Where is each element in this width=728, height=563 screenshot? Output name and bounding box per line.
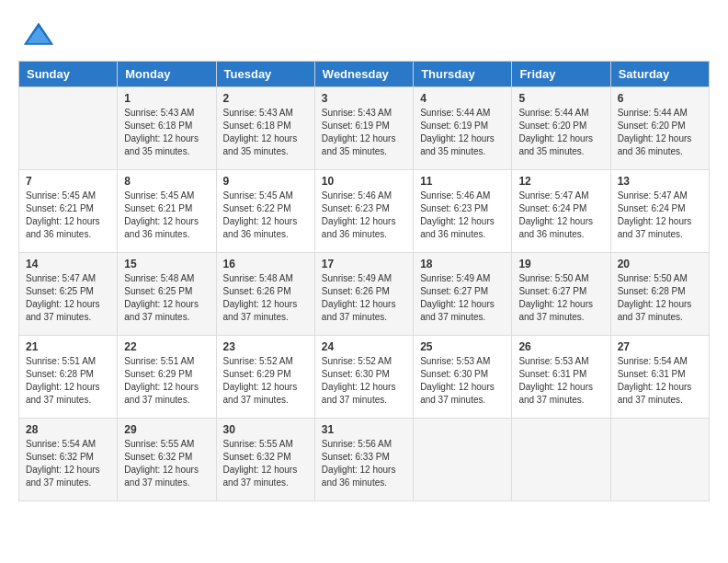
day-number: 22 <box>124 340 209 353</box>
cell-content: Sunrise: 5:47 AMSunset: 6:24 PMDaylight:… <box>618 190 702 241</box>
day-number: 28 <box>26 423 110 436</box>
day-number: 25 <box>420 340 505 353</box>
cell-content: Sunrise: 5:51 AMSunset: 6:29 PMDaylight:… <box>124 355 209 407</box>
day-number: 5 <box>518 92 603 105</box>
calendar-cell: 13Sunrise: 5:47 AMSunset: 6:24 PMDayligh… <box>610 170 709 253</box>
calendar-cell: 8Sunrise: 5:45 AMSunset: 6:21 PMDaylight… <box>118 170 216 253</box>
logo <box>18 18 55 52</box>
day-number: 13 <box>618 175 702 188</box>
calendar-table: SundayMondayTuesdayWednesdayThursdayFrid… <box>18 61 710 501</box>
cell-content: Sunrise: 5:52 AMSunset: 6:29 PMDaylight:… <box>223 355 308 407</box>
day-number: 1 <box>124 92 209 105</box>
cell-content: Sunrise: 5:47 AMSunset: 6:25 PMDaylight:… <box>26 272 110 324</box>
calendar-cell: 15Sunrise: 5:48 AMSunset: 6:25 PMDayligh… <box>118 253 216 336</box>
day-number: 29 <box>124 423 209 436</box>
calendar-cell: 23Sunrise: 5:52 AMSunset: 6:29 PMDayligh… <box>216 336 314 419</box>
calendar-cell: 16Sunrise: 5:48 AMSunset: 6:26 PMDayligh… <box>216 253 314 336</box>
calendar-cell: 9Sunrise: 5:45 AMSunset: 6:22 PMDaylight… <box>216 170 314 253</box>
cell-content: Sunrise: 5:54 AMSunset: 6:31 PMDaylight:… <box>618 355 702 407</box>
day-number: 11 <box>420 175 505 188</box>
cell-content: Sunrise: 5:45 AMSunset: 6:21 PMDaylight:… <box>124 190 209 241</box>
day-number: 6 <box>618 92 702 105</box>
calendar-cell: 25Sunrise: 5:53 AMSunset: 6:30 PMDayligh… <box>414 336 512 419</box>
cell-content: Sunrise: 5:46 AMSunset: 6:23 PMDaylight:… <box>322 190 406 241</box>
cell-content: Sunrise: 5:45 AMSunset: 6:21 PMDaylight:… <box>26 190 110 241</box>
column-header-saturday: Saturday <box>610 62 709 87</box>
page-header <box>18 18 710 52</box>
cell-content: Sunrise: 5:53 AMSunset: 6:30 PMDaylight:… <box>420 355 505 407</box>
day-number: 27 <box>618 340 702 353</box>
cell-content: Sunrise: 5:43 AMSunset: 6:19 PMDaylight:… <box>322 107 406 158</box>
calendar-cell: 26Sunrise: 5:53 AMSunset: 6:31 PMDayligh… <box>512 336 610 419</box>
calendar-cell <box>512 419 610 501</box>
week-row-2: 7Sunrise: 5:45 AMSunset: 6:21 PMDaylight… <box>19 170 710 253</box>
calendar-cell <box>610 419 709 501</box>
week-row-1: 1Sunrise: 5:43 AMSunset: 6:18 PMDaylight… <box>19 87 710 170</box>
cell-content: Sunrise: 5:44 AMSunset: 6:20 PMDaylight:… <box>618 107 702 158</box>
calendar-cell: 14Sunrise: 5:47 AMSunset: 6:25 PMDayligh… <box>19 253 118 336</box>
calendar-cell: 1Sunrise: 5:43 AMSunset: 6:18 PMDaylight… <box>118 87 216 170</box>
cell-content: Sunrise: 5:48 AMSunset: 6:26 PMDaylight:… <box>223 272 308 324</box>
calendar-cell: 5Sunrise: 5:44 AMSunset: 6:20 PMDaylight… <box>512 87 610 170</box>
day-number: 21 <box>26 340 110 353</box>
cell-content: Sunrise: 5:44 AMSunset: 6:20 PMDaylight:… <box>518 107 603 158</box>
day-number: 9 <box>223 175 308 188</box>
cell-content: Sunrise: 5:50 AMSunset: 6:27 PMDaylight:… <box>518 272 603 324</box>
day-number: 23 <box>223 340 308 353</box>
column-header-thursday: Thursday <box>414 62 512 87</box>
cell-content: Sunrise: 5:43 AMSunset: 6:18 PMDaylight:… <box>124 107 209 158</box>
day-number: 19 <box>518 258 603 270</box>
day-number: 17 <box>322 258 406 270</box>
calendar-cell: 30Sunrise: 5:55 AMSunset: 6:32 PMDayligh… <box>216 419 314 501</box>
logo-icon <box>22 18 55 52</box>
day-number: 15 <box>124 258 209 270</box>
cell-content: Sunrise: 5:43 AMSunset: 6:18 PMDaylight:… <box>223 107 308 158</box>
day-number: 24 <box>322 340 406 353</box>
calendar-cell: 21Sunrise: 5:51 AMSunset: 6:28 PMDayligh… <box>19 336 118 419</box>
day-number: 14 <box>26 258 110 270</box>
cell-content: Sunrise: 5:55 AMSunset: 6:32 PMDaylight:… <box>124 438 209 489</box>
cell-content: Sunrise: 5:46 AMSunset: 6:23 PMDaylight:… <box>420 190 505 241</box>
week-row-5: 28Sunrise: 5:54 AMSunset: 6:32 PMDayligh… <box>19 419 710 501</box>
cell-content: Sunrise: 5:45 AMSunset: 6:22 PMDaylight:… <box>223 190 308 241</box>
calendar-cell: 27Sunrise: 5:54 AMSunset: 6:31 PMDayligh… <box>610 336 709 419</box>
day-number: 8 <box>124 175 209 188</box>
day-number: 26 <box>518 340 603 353</box>
day-number: 3 <box>322 92 406 105</box>
day-number: 18 <box>420 258 505 270</box>
cell-content: Sunrise: 5:53 AMSunset: 6:31 PMDaylight:… <box>518 355 603 407</box>
cell-content: Sunrise: 5:50 AMSunset: 6:28 PMDaylight:… <box>618 272 702 324</box>
cell-content: Sunrise: 5:55 AMSunset: 6:32 PMDaylight:… <box>223 438 308 489</box>
calendar-cell <box>414 419 512 501</box>
calendar-cell: 19Sunrise: 5:50 AMSunset: 6:27 PMDayligh… <box>512 253 610 336</box>
cell-content: Sunrise: 5:51 AMSunset: 6:28 PMDaylight:… <box>26 355 110 407</box>
day-number: 30 <box>223 423 308 436</box>
column-header-tuesday: Tuesday <box>216 62 314 87</box>
cell-content: Sunrise: 5:56 AMSunset: 6:33 PMDaylight:… <box>322 438 406 489</box>
calendar-cell: 2Sunrise: 5:43 AMSunset: 6:18 PMDaylight… <box>216 87 314 170</box>
day-number: 12 <box>518 175 603 188</box>
column-header-friday: Friday <box>512 62 610 87</box>
week-row-3: 14Sunrise: 5:47 AMSunset: 6:25 PMDayligh… <box>19 253 710 336</box>
calendar-cell: 12Sunrise: 5:47 AMSunset: 6:24 PMDayligh… <box>512 170 610 253</box>
cell-content: Sunrise: 5:44 AMSunset: 6:19 PMDaylight:… <box>420 107 505 158</box>
calendar-cell: 4Sunrise: 5:44 AMSunset: 6:19 PMDaylight… <box>414 87 512 170</box>
column-header-wednesday: Wednesday <box>314 62 413 87</box>
calendar-cell: 24Sunrise: 5:52 AMSunset: 6:30 PMDayligh… <box>314 336 413 419</box>
column-header-monday: Monday <box>118 62 216 87</box>
day-number: 4 <box>420 92 505 105</box>
cell-content: Sunrise: 5:48 AMSunset: 6:25 PMDaylight:… <box>124 272 209 324</box>
day-number: 16 <box>223 258 308 270</box>
calendar-cell: 11Sunrise: 5:46 AMSunset: 6:23 PMDayligh… <box>414 170 512 253</box>
calendar-cell: 31Sunrise: 5:56 AMSunset: 6:33 PMDayligh… <box>314 419 413 501</box>
cell-content: Sunrise: 5:52 AMSunset: 6:30 PMDaylight:… <box>322 355 406 407</box>
calendar-cell: 17Sunrise: 5:49 AMSunset: 6:26 PMDayligh… <box>314 253 413 336</box>
calendar-cell: 10Sunrise: 5:46 AMSunset: 6:23 PMDayligh… <box>314 170 413 253</box>
calendar-cell: 6Sunrise: 5:44 AMSunset: 6:20 PMDaylight… <box>610 87 709 170</box>
cell-content: Sunrise: 5:49 AMSunset: 6:26 PMDaylight:… <box>322 272 406 324</box>
calendar-cell: 29Sunrise: 5:55 AMSunset: 6:32 PMDayligh… <box>118 419 216 501</box>
calendar-cell: 22Sunrise: 5:51 AMSunset: 6:29 PMDayligh… <box>118 336 216 419</box>
cell-content: Sunrise: 5:49 AMSunset: 6:27 PMDaylight:… <box>420 272 505 324</box>
cell-content: Sunrise: 5:47 AMSunset: 6:24 PMDaylight:… <box>518 190 603 241</box>
day-number: 7 <box>26 175 110 188</box>
